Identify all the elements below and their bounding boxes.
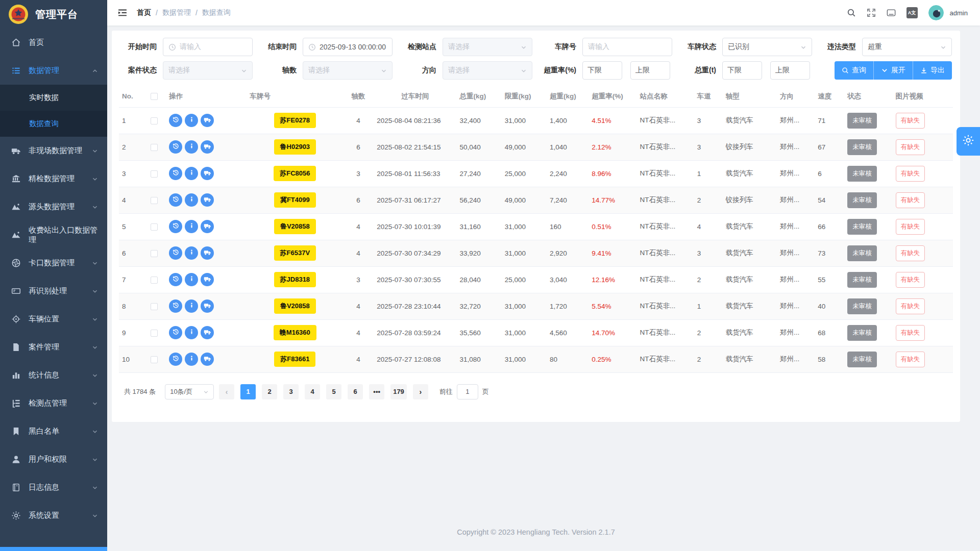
sidebar-item[interactable]: 黑白名单: [0, 417, 107, 445]
media-status-badge: 有缺失: [896, 219, 925, 235]
download-icon: [920, 67, 927, 74]
sidebar-subitem[interactable]: 实时数据: [0, 85, 107, 111]
row-checkbox[interactable]: [151, 277, 158, 284]
page-button[interactable]: 179: [390, 384, 407, 399]
vehicle-action-button[interactable]: [201, 220, 214, 233]
vehicle-action-button[interactable]: [201, 167, 214, 180]
breadcrumb-item[interactable]: 数据管理: [162, 8, 191, 17]
breadcrumb-item[interactable]: 首页: [137, 8, 151, 17]
user-avatar[interactable]: [928, 5, 944, 20]
filter-select[interactable]: 请选择: [303, 61, 393, 80]
history-action-button[interactable]: [169, 353, 182, 366]
history-action-button[interactable]: [169, 299, 182, 313]
query-button[interactable]: 查询: [835, 61, 873, 80]
next-page-button[interactable]: ›: [413, 384, 428, 399]
search-icon[interactable]: [847, 8, 856, 17]
sidebar-item[interactable]: 收费站出入口数据管理: [0, 221, 107, 249]
settings-panel-toggle[interactable]: [957, 127, 980, 156]
row-checkbox[interactable]: [151, 303, 158, 310]
sidebar-subitem[interactable]: 数据查询: [0, 111, 107, 137]
history-action-button[interactable]: [169, 220, 182, 233]
history-action-button[interactable]: [169, 273, 182, 286]
detail-action-button[interactable]: [185, 193, 198, 207]
page-ellipsis[interactable]: •••: [369, 384, 384, 399]
filter-select[interactable]: 请选择: [163, 61, 253, 80]
page-button[interactable]: 6: [348, 384, 363, 399]
vehicle-action-button[interactable]: [201, 299, 214, 313]
history-action-button[interactable]: [169, 246, 182, 260]
detail-action-button[interactable]: [185, 140, 198, 154]
row-checkbox[interactable]: [151, 250, 158, 257]
pagination-total: 共 1784 条: [124, 387, 156, 396]
select-all-checkbox[interactable]: [151, 93, 158, 100]
detail-action-button[interactable]: [185, 326, 198, 339]
vehicle-action-button[interactable]: [201, 326, 214, 339]
history-action-button[interactable]: [169, 167, 182, 180]
detail-action-button[interactable]: [185, 114, 198, 127]
detail-action-button[interactable]: [185, 353, 198, 366]
row-checkbox[interactable]: [151, 170, 158, 178]
goto-page-input[interactable]: [457, 384, 478, 399]
filter-select[interactable]: 请选择: [443, 38, 532, 56]
detail-action-button[interactable]: [185, 167, 198, 180]
history-action-button[interactable]: [169, 114, 182, 127]
detail-action-button[interactable]: [185, 273, 198, 286]
previous-page-button[interactable]: ‹: [219, 384, 234, 399]
vehicle-action-button[interactable]: [201, 246, 214, 260]
page-button[interactable]: 2: [262, 384, 277, 399]
filter-select[interactable]: 超重: [862, 38, 952, 56]
vehicle-action-button[interactable]: [201, 114, 214, 127]
filter-input[interactable]: 请输入: [163, 38, 253, 56]
detail-action-button[interactable]: [185, 220, 198, 233]
vehicle-action-button[interactable]: [201, 273, 214, 286]
history-action-button[interactable]: [169, 326, 182, 339]
detail-action-button[interactable]: [185, 246, 198, 260]
screen-icon[interactable]: [887, 8, 896, 17]
sidebar-item[interactable]: 卡口数据管理: [0, 249, 107, 277]
sidebar-item[interactable]: 精检数据管理: [0, 165, 107, 193]
vehicle-action-button[interactable]: [201, 353, 214, 366]
sidebar-item[interactable]: 再识别处理: [0, 277, 107, 305]
row-checkbox[interactable]: [151, 330, 158, 337]
row-checkbox[interactable]: [151, 117, 158, 124]
filter-input[interactable]: 请输入: [582, 38, 672, 56]
expand-button[interactable]: 展开: [873, 61, 913, 80]
sidebar-item[interactable]: 源头数据管理: [0, 193, 107, 221]
sidebar-item[interactable]: 数据管理: [0, 57, 107, 85]
sidebar-item[interactable]: 检测点管理: [0, 389, 107, 417]
row-checkbox[interactable]: [151, 197, 158, 204]
vehicle-action-button[interactable]: [201, 140, 214, 154]
page-button[interactable]: 3: [283, 384, 299, 399]
page-size-select[interactable]: 10条/页: [165, 384, 214, 399]
sidebar-item[interactable]: 日志信息: [0, 473, 107, 502]
range-min-input[interactable]: 下限: [582, 61, 622, 80]
sidebar-item[interactable]: 首页: [0, 29, 107, 57]
vehicle-action-button[interactable]: [201, 193, 214, 207]
page-button[interactable]: 1: [240, 384, 256, 399]
history-action-button[interactable]: [169, 193, 182, 207]
page-button[interactable]: 5: [326, 384, 341, 399]
filter-input[interactable]: 2025-09-13 00:00:00: [303, 38, 393, 56]
sidebar-item[interactable]: 非现场数据管理: [0, 137, 107, 165]
sidebar-item[interactable]: 车辆位置: [0, 305, 107, 333]
fullscreen-icon[interactable]: [867, 8, 876, 17]
detail-action-button[interactable]: [185, 299, 198, 313]
range-max-input[interactable]: 上限: [630, 61, 670, 80]
filter-select[interactable]: 请选择: [443, 61, 532, 80]
range-min-input[interactable]: 下限: [722, 61, 762, 80]
row-checkbox[interactable]: [151, 356, 158, 363]
history-action-button[interactable]: [169, 140, 182, 154]
filter-select[interactable]: 已识别: [722, 38, 812, 56]
translate-icon[interactable]: A文: [906, 7, 918, 18]
row-checkbox[interactable]: [151, 144, 158, 151]
sidebar-item[interactable]: 统计信息: [0, 361, 107, 389]
bank-icon: [11, 174, 21, 184]
sidebar-item[interactable]: 系统设置: [0, 502, 107, 530]
sidebar-collapse-icon[interactable]: [117, 8, 128, 18]
sidebar-item[interactable]: 用户和权限: [0, 445, 107, 473]
row-checkbox[interactable]: [151, 223, 158, 231]
range-max-input[interactable]: 上限: [770, 61, 810, 80]
sidebar-item[interactable]: 案件管理: [0, 333, 107, 361]
export-button[interactable]: 导出: [913, 61, 952, 80]
page-button[interactable]: 4: [305, 384, 320, 399]
